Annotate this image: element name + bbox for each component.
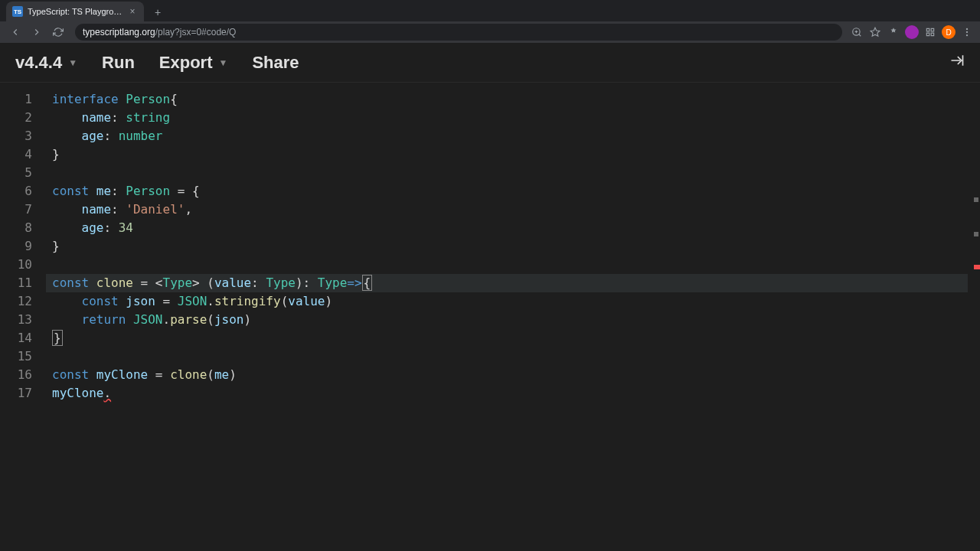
line-number: 8 — [0, 219, 46, 237]
new-tab-button[interactable]: + — [149, 3, 167, 21]
chevron-down-icon: ▼ — [219, 57, 228, 68]
line-number: 11 — [0, 274, 46, 292]
line-number: 17 — [0, 384, 46, 403]
menu-icon[interactable] — [960, 25, 974, 39]
code-line[interactable]: myClone. — [46, 384, 968, 403]
line-number: 7 — [0, 201, 46, 219]
line-number: 1 — [0, 90, 46, 109]
share-button[interactable]: Share — [252, 53, 299, 73]
code-line[interactable]: } — [46, 329, 968, 347]
code-editor[interactable]: 1234567891011121314151617 interface Pers… — [0, 83, 980, 551]
code-line[interactable]: name: string — [46, 109, 968, 127]
minimap-marker — [974, 232, 978, 236]
code-line[interactable]: } — [46, 237, 968, 256]
code-line[interactable]: const me: Person = { — [46, 182, 968, 201]
line-number: 3 — [0, 127, 46, 145]
run-button[interactable]: Run — [102, 53, 135, 73]
code-line[interactable]: age: 34 — [46, 219, 968, 237]
browser-tab[interactable]: TS TypeScript: TS Playground - A × — [6, 2, 144, 21]
line-number: 4 — [0, 145, 46, 164]
version-selector[interactable]: v4.4.4 ▼ — [15, 53, 77, 73]
overview-ruler[interactable] — [968, 83, 980, 551]
line-number: 12 — [0, 292, 46, 311]
code-line[interactable]: name: 'Daniel', — [46, 201, 968, 219]
code-line[interactable] — [46, 347, 968, 366]
code-line[interactable]: const json = JSON.stringify(value) — [46, 292, 968, 311]
profile-avatar[interactable]: D — [942, 25, 956, 39]
code-line[interactable]: return JSON.parse(json) — [46, 311, 968, 329]
url-bar[interactable]: typescriptlang.org/play?jsx=0#code/Q — [75, 24, 842, 41]
browser-chrome: TS TypeScript: TS Playground - A × + typ… — [0, 0, 980, 43]
code-line[interactable] — [46, 164, 968, 182]
code-line[interactable]: } — [46, 145, 968, 164]
code-area[interactable]: interface Person{ name: string age: numb… — [46, 83, 968, 551]
export-label: Export — [159, 53, 213, 73]
extension-avatar[interactable] — [905, 25, 919, 39]
line-number: 15 — [0, 347, 46, 366]
code-line[interactable]: age: number — [46, 127, 968, 145]
line-number: 6 — [0, 182, 46, 201]
url-domain: typescriptlang.org — [83, 27, 155, 37]
extension-icon[interactable] — [887, 25, 900, 39]
line-gutter: 1234567891011121314151617 — [0, 83, 46, 551]
svg-point-4 — [966, 34, 968, 36]
playground-toolbar: v4.4.4 ▼ Run Export ▼ Share — [0, 43, 980, 83]
version-label: v4.4.4 — [15, 53, 62, 73]
line-number: 14 — [0, 329, 46, 347]
tab-title: TypeScript: TS Playground - A — [28, 7, 122, 16]
code-line[interactable]: const myClone = clone(me) — [46, 366, 968, 384]
svg-marker-1 — [871, 28, 880, 36]
tab-bar: TS TypeScript: TS Playground - A × + — [0, 0, 980, 21]
url-path: /play?jsx=0#code/Q — [155, 27, 237, 37]
code-line[interactable]: const clone = <Type> (value: Type): Type… — [46, 274, 968, 292]
svg-point-3 — [966, 31, 968, 33]
code-line[interactable] — [46, 256, 968, 274]
nav-bar: typescriptlang.org/play?jsx=0#code/Q D — [0, 21, 980, 43]
reload-button[interactable] — [49, 23, 67, 41]
typescript-favicon: TS — [12, 6, 23, 17]
line-number: 5 — [0, 164, 46, 182]
toolbar-right: D — [850, 25, 974, 39]
line-number: 9 — [0, 237, 46, 256]
collapse-panel-button[interactable] — [949, 53, 965, 72]
close-tab-icon[interactable]: × — [127, 6, 138, 17]
chevron-down-icon: ▼ — [68, 57, 77, 68]
line-number: 10 — [0, 256, 46, 274]
svg-point-2 — [966, 28, 968, 30]
code-line[interactable]: interface Person{ — [46, 90, 968, 109]
export-button[interactable]: Export ▼ — [159, 53, 228, 73]
line-number: 13 — [0, 311, 46, 329]
extensions-icon[interactable] — [923, 25, 937, 39]
zoom-icon[interactable] — [850, 25, 864, 39]
line-number: 2 — [0, 109, 46, 127]
line-number: 16 — [0, 366, 46, 384]
bookmark-icon[interactable] — [868, 25, 882, 39]
forward-button[interactable] — [28, 23, 46, 41]
error-marker — [974, 265, 980, 269]
minimap-marker — [974, 197, 978, 202]
back-button[interactable] — [6, 23, 24, 41]
